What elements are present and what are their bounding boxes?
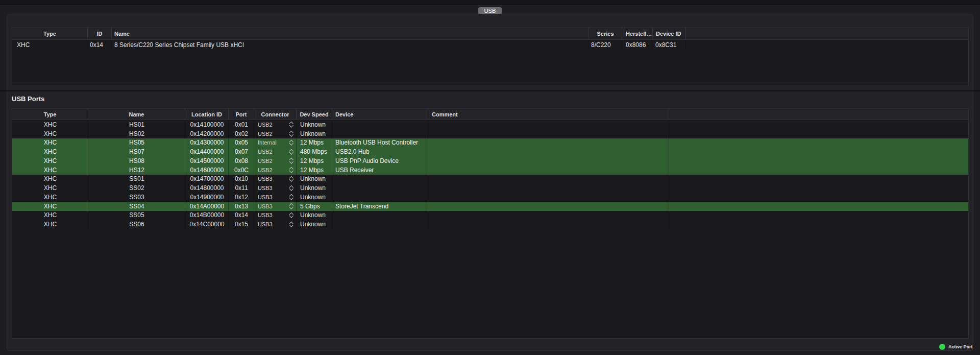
table-row[interactable]: XHC HS01 0x14100000 0x01 USB2 Unknown (12, 120, 968, 129)
column-header-hersteller[interactable]: Herstell… (622, 28, 653, 39)
table-row[interactable]: XHC 0x14 8 Series/C220 Series Chipset Fa… (12, 40, 968, 50)
table-row[interactable]: XHC SS03 0x14900000 0x12 USB3 Unknown (12, 193, 968, 202)
cell-type: XHC (12, 40, 88, 50)
cell-id: 0x14 (88, 40, 112, 50)
cell-port: 0x0C (229, 165, 254, 175)
cell-comment (428, 211, 669, 220)
table-row[interactable]: XHC HS12 0x14600000 0x0C USB2 12 Mbps US… (12, 165, 968, 175)
cell-location-id: 0x14700000 (185, 175, 229, 184)
cell-type: XHC (12, 165, 88, 175)
cell-port: 0x05 (229, 138, 254, 148)
connector-popup[interactable]: USB2 (254, 120, 297, 129)
table-row[interactable]: XHC HS07 0x14400000 0x07 USB2 480 Mbps U… (12, 147, 968, 156)
chevron-up-down-icon (289, 212, 293, 218)
column-header-name[interactable]: Name (112, 28, 589, 39)
cell-device: USB PnP Audio Device (332, 156, 428, 165)
connector-popup[interactable]: USB3 (254, 211, 297, 220)
cell-name: SS03 (88, 193, 185, 202)
connector-value: USB2 (258, 167, 273, 173)
cell-name: SS02 (88, 183, 185, 193)
connector-popup[interactable]: USB2 (254, 129, 297, 138)
cell-device (332, 211, 428, 220)
ports-table-body: XHC HS01 0x14100000 0x01 USB2 Unknown XH… (12, 120, 968, 229)
cell-device: USB2.0 Hub (332, 147, 428, 156)
column-header-type[interactable]: Type (12, 28, 88, 39)
cell-comment (428, 147, 669, 156)
column-header-dev-speed[interactable]: Dev Speed (297, 109, 332, 120)
column-header-series[interactable]: Series (589, 28, 622, 39)
connector-value: USB2 (258, 158, 273, 164)
connector-value: USB2 (258, 131, 273, 137)
chevron-up-down-icon (289, 149, 293, 155)
connector-popup[interactable]: Internal (254, 138, 297, 148)
chevron-up-down-icon (289, 176, 293, 182)
chevron-up-down-icon (289, 122, 293, 127)
cell-empty (669, 129, 969, 138)
cell-name: HS05 (88, 138, 185, 148)
cell-name: HS02 (88, 129, 185, 138)
cell-name: HS07 (88, 147, 185, 156)
table-row[interactable]: XHC HS08 0x14500000 0x08 USB2 12 Mbps US… (12, 156, 968, 165)
cell-name: SS01 (88, 175, 185, 184)
connector-popup[interactable]: USB3 (254, 183, 297, 193)
connector-popup[interactable]: USB3 (254, 202, 297, 211)
cell-port: 0x14 (229, 211, 254, 220)
cell-empty (669, 147, 969, 156)
column-header-id[interactable]: ID (88, 28, 112, 39)
cell-empty (669, 138, 969, 148)
table-row[interactable]: XHC SS02 0x14800000 0x11 USB3 Unknown (12, 183, 968, 193)
cell-type: XHC (12, 120, 88, 129)
cell-port: 0x07 (229, 147, 254, 156)
cell-port: 0x10 (229, 175, 254, 184)
cell-location-id: 0x14400000 (185, 147, 229, 156)
table-row[interactable]: XHC SS04 0x14A00000 0x13 USB3 5 Gbps Sto… (12, 202, 968, 211)
table-row[interactable]: XHC HS05 0x14300000 0x05 Internal 12 Mbp… (12, 138, 968, 148)
cell-dev-speed: Unknown (297, 183, 332, 193)
connector-value: USB3 (258, 221, 273, 227)
cell-type: XHC (12, 147, 88, 156)
cell-device: Bluetooth USB Host Controller (332, 138, 428, 148)
connector-popup[interactable]: USB2 (254, 147, 297, 156)
cell-port: 0x02 (229, 129, 254, 138)
cell-location-id: 0x14C00000 (185, 220, 229, 229)
connector-popup[interactable]: USB2 (254, 165, 297, 175)
cell-location-id: 0x14A00000 (185, 202, 229, 211)
column-header-comment[interactable]: Comment (428, 109, 669, 120)
connector-value: USB2 (258, 122, 273, 128)
cell-port: 0x12 (229, 193, 254, 202)
cell-port: 0x01 (229, 120, 254, 129)
column-header-port[interactable]: Port (229, 109, 254, 120)
column-header-type[interactable]: Type (12, 109, 88, 120)
cell-empty (669, 193, 969, 202)
cell-device (332, 129, 428, 138)
table-row[interactable]: XHC HS02 0x14200000 0x02 USB2 Unknown (12, 129, 968, 138)
connector-popup[interactable]: USB3 (254, 220, 297, 229)
column-header-device-id[interactable]: Device ID (653, 28, 686, 39)
chevron-up-down-icon (289, 131, 293, 136)
controllers-table-header: Type ID Name Series Herstell… Device ID (12, 28, 968, 40)
cell-name: SS06 (88, 220, 185, 229)
connector-value: USB3 (258, 212, 273, 218)
usb-ports-table: Type Name Location ID Port Connector Dev… (12, 108, 969, 339)
table-row[interactable]: XHC SS06 0x14C00000 0x15 USB3 Unknown (12, 220, 968, 229)
column-header-empty (686, 28, 969, 39)
table-row[interactable]: XHC SS01 0x14700000 0x10 USB3 Unknown (12, 175, 968, 184)
connector-popup[interactable]: USB2 (254, 156, 297, 165)
cell-hersteller-id: 0x8086 (622, 40, 653, 50)
column-header-connector[interactable]: Connector (254, 109, 297, 120)
column-header-location-id[interactable]: Location ID (185, 109, 229, 120)
cell-type: XHC (12, 175, 88, 184)
column-header-name[interactable]: Name (88, 109, 185, 120)
connector-popup[interactable]: USB3 (254, 175, 297, 184)
window-top-strip (0, 0, 980, 6)
usb-ports-section-title: USB Ports (12, 95, 44, 103)
cell-port: 0x11 (229, 183, 254, 193)
cell-name: SS05 (88, 211, 185, 220)
chevron-up-down-icon (289, 185, 293, 191)
cell-type: XHC (12, 156, 88, 165)
column-header-device[interactable]: Device (332, 109, 428, 120)
connector-popup[interactable]: USB3 (254, 193, 297, 202)
table-row[interactable]: XHC SS05 0x14B00000 0x14 USB3 Unknown (12, 211, 968, 220)
cell-name: 8 Series/C220 Series Chipset Family USB … (112, 40, 589, 50)
chevron-up-down-icon (289, 167, 293, 173)
